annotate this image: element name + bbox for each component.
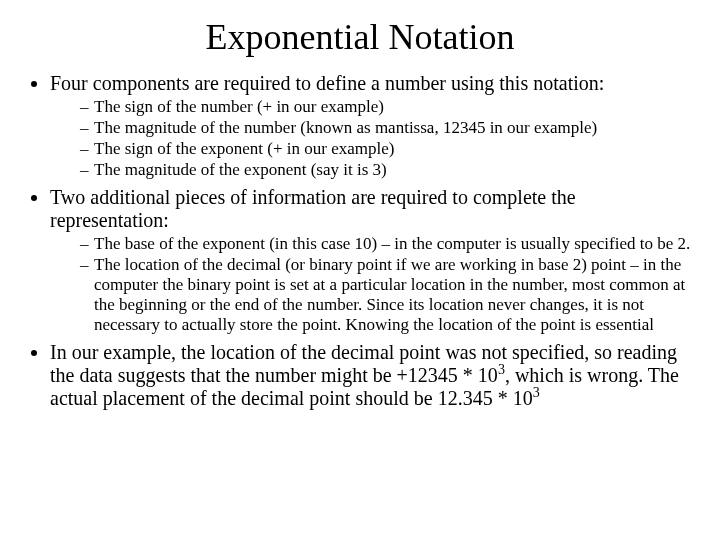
sub-item: The magnitude of the number (known as ma… (80, 118, 692, 138)
bullet-example: In our example, the location of the deci… (50, 341, 692, 410)
example-sup2: 3 (533, 386, 540, 401)
sub-item: The sign of the exponent (+ in our examp… (80, 139, 692, 159)
sub-item: The sign of the number (+ in our example… (80, 97, 692, 117)
content-list: Four components are required to define a… (28, 72, 692, 410)
slide: Exponential Notation Four components are… (0, 0, 720, 540)
sub-item-text: The location of the decimal (or binary p… (94, 255, 685, 334)
slide-title: Exponential Notation (28, 16, 692, 58)
bullet-additional-text: Two additional pieces of information are… (50, 186, 576, 231)
bullet-additional: Two additional pieces of information are… (50, 186, 692, 335)
bullet-components-text: Four components are required to define a… (50, 72, 604, 94)
bullet-components: Four components are required to define a… (50, 72, 692, 180)
sub-item-text: The magnitude of the number (known as ma… (94, 118, 597, 137)
sub-item-text: The sign of the exponent (+ in our examp… (94, 139, 394, 158)
additional-sublist: The base of the exponent (in this case 1… (50, 234, 692, 335)
sub-item: The base of the exponent (in this case 1… (80, 234, 692, 254)
components-sublist: The sign of the number (+ in our example… (50, 97, 692, 180)
example-sup1: 3 (498, 363, 505, 378)
sub-item-text: The magnitude of the exponent (say it is… (94, 160, 387, 179)
sub-item: The magnitude of the exponent (say it is… (80, 160, 692, 180)
sub-item-text: The sign of the number (+ in our example… (94, 97, 384, 116)
sub-item-text: The base of the exponent (in this case 1… (94, 234, 690, 253)
sub-item: The location of the decimal (or binary p… (80, 255, 692, 335)
